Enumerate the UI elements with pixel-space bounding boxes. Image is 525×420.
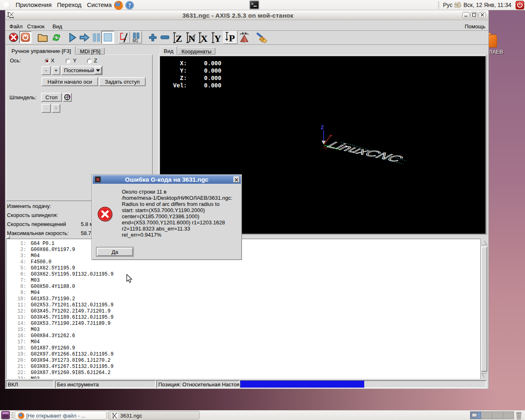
svg-text:Z: Z [321,125,324,131]
svg-text:LinuxCNC: LinuxCNC [324,140,406,164]
svg-text:M1: M1 [132,39,138,43]
svg-text:Y: Y [214,33,221,43]
svg-text:?: ? [128,2,131,9]
svg-text:P: P [229,33,235,43]
svg-text:X: X [201,33,208,43]
svg-text:Z: Z [176,33,182,43]
